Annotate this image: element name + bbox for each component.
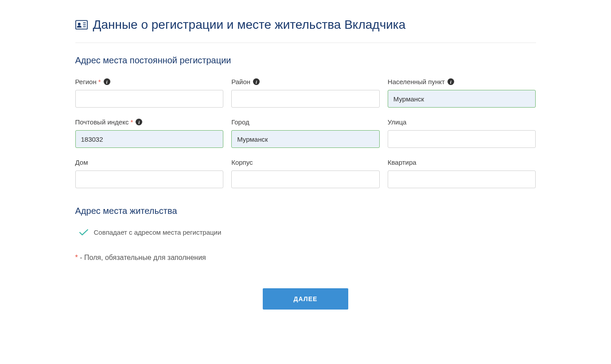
label-house: Дом (75, 159, 224, 166)
page-header: Данные о регистрации и месте жительства … (75, 18, 536, 32)
label-street: Улица (388, 118, 536, 126)
input-postal[interactable] (75, 130, 224, 148)
input-building[interactable] (231, 170, 380, 188)
next-button[interactable]: ДАЛЕЕ (263, 288, 349, 310)
field-street: Улица (388, 118, 536, 148)
label-building: Корпус (231, 159, 380, 166)
required-mark: * (98, 78, 101, 85)
required-mark: * (130, 118, 133, 126)
input-apartment[interactable] (388, 170, 536, 188)
form-grid-registration: Регион * i Район i Населенный пункт i По… (75, 78, 536, 188)
required-note: * - Поля, обязательные для заполнения (75, 254, 536, 262)
field-city: Город (231, 118, 380, 148)
button-row: ДАЛЕЕ (75, 288, 536, 310)
input-city[interactable] (231, 130, 380, 148)
field-locality: Населенный пункт i (388, 78, 536, 108)
label-apartment: Квартира (388, 159, 536, 166)
label-region: Регион * i (75, 78, 224, 85)
field-apartment: Квартира (388, 159, 536, 188)
input-region[interactable] (75, 90, 224, 108)
label-locality: Населенный пункт i (388, 78, 536, 85)
label-postal: Почтовый индекс * i (75, 118, 224, 126)
label-city: Город (231, 118, 380, 126)
field-district: Район i (231, 78, 380, 108)
field-region: Регион * i (75, 78, 224, 108)
info-icon[interactable]: i (136, 119, 142, 125)
checkbox-label: Совпадает с адресом места регистрации (94, 228, 222, 236)
info-icon[interactable]: i (448, 78, 454, 85)
input-locality[interactable] (388, 90, 536, 108)
same-address-checkbox[interactable]: Совпадает с адресом места регистрации (79, 228, 536, 236)
section-registration-title: Адрес места постоянной регистрации (75, 55, 536, 66)
field-building: Корпус (231, 159, 380, 188)
field-postal: Почтовый индекс * i (75, 118, 224, 148)
id-card-icon (75, 20, 88, 30)
input-street[interactable] (388, 130, 536, 148)
info-icon[interactable]: i (253, 78, 260, 85)
input-district[interactable] (231, 90, 380, 108)
input-house[interactable] (75, 170, 224, 188)
label-district: Район i (231, 78, 380, 85)
svg-point-1 (78, 23, 80, 25)
divider (75, 43, 536, 43)
field-house: Дом (75, 159, 224, 188)
section-residence-title: Адрес места жительства (75, 206, 536, 216)
page-title: Данные о регистрации и месте жительства … (93, 18, 406, 32)
check-icon (79, 229, 89, 236)
info-icon[interactable]: i (104, 78, 110, 85)
